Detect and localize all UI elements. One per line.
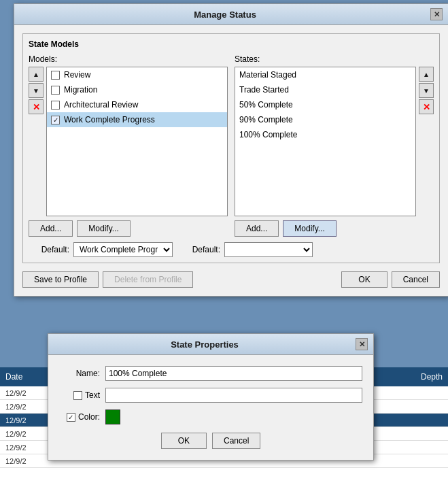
states-label: States: [235, 54, 434, 64]
color-label: Color: [78, 412, 100, 422]
state-models-title: State Models [29, 39, 434, 49]
models-panel: Models: ▲ ▼ ✕ Review [29, 54, 228, 237]
states-list[interactable]: Material Staged Trade Started 50% Comple… [235, 67, 416, 216]
state-props-title: State Properties [54, 339, 356, 350]
name-input[interactable] [105, 366, 362, 381]
state-label: 50% Complete [239, 100, 293, 110]
states-default-group: Default: [179, 242, 313, 257]
defaults-row: Default: Work Complete Progr Default: [29, 242, 434, 257]
manage-ok-button[interactable]: OK [341, 271, 387, 288]
models-down-button[interactable]: ▼ [29, 83, 44, 98]
models-add-button[interactable]: Add... [29, 220, 73, 237]
bottom-right-buttons: OK Cancel [341, 271, 440, 288]
manage-cancel-button[interactable]: Cancel [392, 271, 440, 288]
states-default-dropdown[interactable] [224, 242, 313, 257]
bottom-left-buttons: Save to Profile Delete from Profile [22, 271, 193, 288]
color-swatch[interactable] [105, 409, 120, 424]
name-row: Name: [59, 366, 362, 381]
state-label: 100% Complete [239, 130, 297, 139]
models-delete-button[interactable]: ✕ [29, 99, 44, 114]
states-up-button[interactable]: ▲ [419, 67, 434, 82]
manage-dialog-title: Manage Status [20, 10, 430, 20]
list-item[interactable]: Migration [47, 82, 227, 97]
list-item[interactable]: 90% Complete [235, 112, 415, 127]
models-panel-buttons: Add... Modify... [29, 220, 228, 237]
state-props-titlebar: State Properties ✕ [48, 334, 373, 355]
text-input[interactable] [105, 388, 362, 403]
models-default-group: Default: Work Complete Progr [29, 242, 173, 257]
model-label: Migration [64, 85, 97, 95]
manage-status-dialog: Manage Status ✕ State Models Models: ▲ ▼… [14, 3, 448, 297]
model-checkbox[interactable] [51, 101, 60, 110]
states-side-controls: ▲ ▼ ✕ [419, 67, 434, 216]
models-up-button[interactable]: ▲ [29, 67, 44, 82]
manage-dialog-bottom-buttons: Save to Profile Delete from Profile OK C… [22, 271, 440, 288]
state-label: 90% Complete [239, 115, 293, 124]
state-models-section: State Models Models: ▲ ▼ ✕ [22, 33, 440, 263]
state-label: Material Staged [239, 70, 296, 80]
states-down-button[interactable]: ▼ [419, 83, 434, 98]
model-checkbox[interactable] [51, 71, 60, 80]
manage-dialog-content: State Models Models: ▲ ▼ ✕ [14, 25, 448, 296]
model-checkbox[interactable] [51, 86, 60, 95]
color-checkbox[interactable] [67, 413, 75, 422]
model-label: Work Complete Progress [64, 115, 155, 124]
states-panel-buttons: Add... Modify... [235, 220, 434, 237]
state-label: Trade Started [239, 85, 289, 95]
manage-dialog-close-button[interactable]: ✕ [430, 8, 443, 20]
panels-row: Models: ▲ ▼ ✕ Review [29, 54, 434, 237]
states-modify-button[interactable]: Modify... [283, 220, 336, 237]
models-modify-button[interactable]: Modify... [77, 220, 130, 237]
list-item[interactable]: Work Complete Progress [47, 112, 227, 127]
color-row: Color: [59, 409, 362, 424]
models-label: Models: [29, 54, 228, 64]
state-props-close-button[interactable]: ✕ [356, 338, 368, 350]
model-label: Review [64, 70, 90, 80]
models-panel-with-controls: ▲ ▼ ✕ Review Migration [29, 67, 228, 216]
models-list[interactable]: Review Migration Architectural Review [46, 67, 228, 216]
states-default-label: Default: [179, 245, 220, 254]
name-label: Name: [59, 369, 100, 378]
model-label: Architectural Review [64, 100, 138, 110]
text-row: Text [59, 388, 362, 403]
list-item[interactable]: Review [47, 67, 227, 82]
manage-dialog-titlebar: Manage Status ✕ [14, 4, 448, 25]
list-item[interactable]: Material Staged [235, 67, 415, 82]
states-panel-with-controls: Material Staged Trade Started 50% Comple… [235, 67, 434, 216]
list-item[interactable]: Trade Started [235, 82, 415, 97]
models-default-label: Default: [29, 245, 69, 254]
text-checkbox[interactable] [73, 391, 82, 400]
state-properties-dialog: State Properties ✕ Name: Text Color: OK … [48, 333, 374, 461]
states-panel: States: Material Staged Trade Started 50… [235, 54, 434, 237]
states-delete-button[interactable]: ✕ [419, 99, 434, 114]
depth-column-header: Depth [421, 372, 443, 382]
state-props-ok-button[interactable]: OK [161, 433, 207, 449]
list-item[interactable]: 100% Complete [235, 127, 415, 142]
list-item[interactable]: Architectural Review [47, 97, 227, 112]
date-column-header: Date [5, 372, 22, 382]
models-side-controls: ▲ ▼ ✕ [29, 67, 44, 216]
state-props-cancel-button[interactable]: Cancel [212, 433, 260, 449]
model-checkbox[interactable] [51, 116, 60, 124]
states-add-button[interactable]: Add... [235, 220, 279, 237]
state-props-buttons: OK Cancel [59, 433, 362, 449]
models-default-dropdown[interactable]: Work Complete Progr [73, 242, 173, 257]
delete-profile-button[interactable]: Delete from Profile [103, 271, 193, 288]
state-props-content: Name: Text Color: OK Cancel [48, 355, 373, 460]
save-profile-button[interactable]: Save to Profile [22, 271, 99, 288]
list-item[interactable]: 50% Complete [235, 97, 415, 112]
text-label: Text [85, 390, 100, 400]
